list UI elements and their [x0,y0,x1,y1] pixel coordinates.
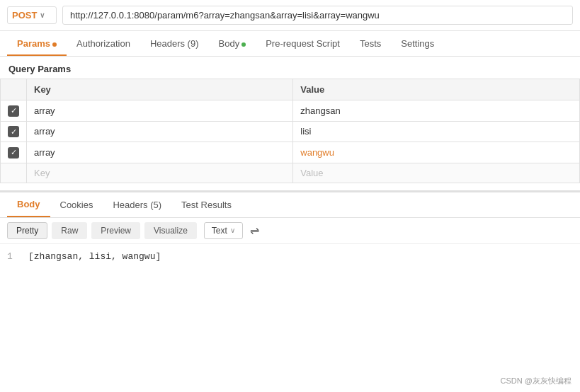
resp-tab-headers[interactable]: Headers (5) [103,193,171,217]
fmt-visualize[interactable]: Visualize [144,222,197,239]
table-row-empty: Key Value [1,163,580,183]
code-content: [zhangsan, lisi, wangwu] [28,251,161,262]
fmt-preview[interactable]: Preview [91,222,140,239]
request-tab-bar: Params Authorization Headers (9) Body Pr… [0,31,580,57]
url-bar: POST ∨ [0,0,580,31]
row3-checkbox[interactable]: ✓ [8,147,19,158]
col-key: Key [27,79,293,100]
format-bar: Pretty Raw Preview Visualize Text ∨ ⇌ [0,218,580,244]
response-tab-bar: Body Cookies Headers (5) Test Results [0,192,580,218]
empty-value-placeholder: Value [300,168,323,178]
code-output: 1 [zhangsan, lisi, wangwu] [0,244,580,269]
format-chevron: ∨ [230,226,235,234]
format-type-label: Text [212,226,227,236]
format-type-select[interactable]: Text ∨ [204,222,243,239]
row2-value[interactable]: lisi [293,121,580,142]
method-label: POST [12,10,37,21]
line-number: 1 [7,251,21,262]
watermark: CSDN @灰灰快编程 [501,376,572,386]
row2-key[interactable]: array [27,121,293,142]
tab-settings[interactable]: Settings [391,31,444,56]
tab-tests[interactable]: Tests [350,31,391,56]
body-dot [241,42,246,47]
row2-checkbox[interactable]: ✓ [8,126,19,137]
tab-headers[interactable]: Headers (9) [140,31,209,56]
method-chevron: ∨ [40,11,45,19]
tab-body[interactable]: Body [209,31,256,56]
resp-tab-test-results[interactable]: Test Results [171,193,241,217]
row1-key[interactable]: array [27,100,293,122]
params-table: Key Value ✓ array zhangsan ✓ array lisi … [0,79,580,183]
table-row: ✓ array lisi [1,121,580,142]
tab-pre-request[interactable]: Pre-request Script [256,31,350,56]
row3-key[interactable]: array [27,142,293,163]
tab-params[interactable]: Params [7,31,67,56]
resp-tab-body[interactable]: Body [7,192,50,217]
row1-value[interactable]: zhangsan [293,100,580,122]
table-row: ✓ array zhangsan [1,100,580,122]
fmt-pretty[interactable]: Pretty [7,222,47,239]
query-params-label: Query Params [0,57,580,79]
method-select[interactable]: POST ∨ [7,6,57,24]
row1-checkbox[interactable]: ✓ [8,105,19,117]
resp-tab-cookies[interactable]: Cookies [50,193,103,217]
col-value: Value [293,79,580,100]
row3-value[interactable]: wangwu [293,142,580,163]
tab-authorization[interactable]: Authorization [67,31,140,56]
col-check [1,79,27,100]
params-dot [52,42,57,47]
table-row: ✓ array wangwu [1,142,580,163]
empty-key-placeholder: Key [34,168,50,178]
wrap-icon[interactable]: ⇌ [250,224,259,237]
url-input[interactable] [62,6,573,25]
fmt-raw[interactable]: Raw [52,222,87,239]
response-area: Body Cookies Headers (5) Test Results Pr… [0,190,580,269]
